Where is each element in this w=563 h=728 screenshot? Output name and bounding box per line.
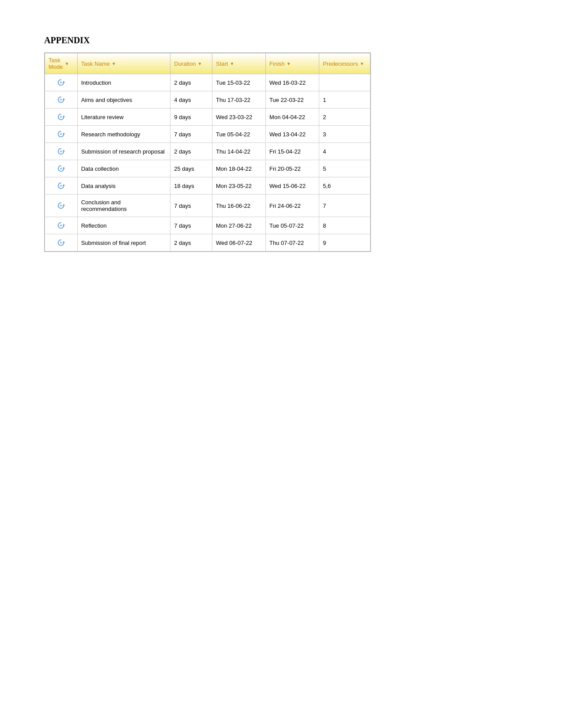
finish-cell: Tue 22-03-22 (266, 91, 319, 109)
duration-label: Duration (174, 60, 196, 67)
task-name-cell: Introduction (77, 74, 170, 91)
predecessors-header[interactable]: Predecessors ▼ (319, 53, 370, 74)
page-title: APPENDIX (44, 35, 519, 45)
svg-marker-8 (63, 150, 65, 151)
svg-marker-12 (63, 184, 65, 186)
predecessors-cell: 5 (319, 160, 370, 177)
predecessors-cell: 3 (319, 126, 370, 143)
finish-sort-icon[interactable]: ▼ (287, 61, 291, 66)
predecessors-sort-icon[interactable]: ▼ (360, 61, 364, 66)
task-mode-icon (49, 79, 74, 86)
task-mode-cell (45, 109, 78, 126)
task-mode-cell (45, 143, 78, 160)
start-cell: Tue 15-03-22 (212, 74, 266, 91)
duration-cell: 2 days (170, 143, 212, 160)
table-row: Reflection7 daysMon 27-06-22Tue 05-07-22… (45, 217, 370, 234)
finish-header[interactable]: Finish ▼ (266, 53, 319, 74)
duration-cell: 9 days (170, 109, 212, 126)
svg-marker-0 (63, 81, 65, 83)
duration-header[interactable]: Duration ▼ (170, 53, 212, 74)
svg-rect-9 (60, 150, 62, 152)
duration-cell: 4 days (170, 91, 212, 109)
task-name-cell: Data collection (77, 160, 170, 177)
task-mode-cell (45, 217, 78, 234)
table-row: Submission of research proposal2 daysThu… (45, 143, 370, 160)
duration-cell: 25 days (170, 160, 212, 177)
task-mode-cell (45, 91, 78, 109)
predecessors-cell: 1 (319, 91, 370, 109)
duration-cell: 2 days (170, 74, 212, 91)
svg-marker-4 (63, 115, 65, 117)
task-mode-cell (45, 177, 78, 195)
predecessors-cell: 5,6 (319, 177, 370, 195)
finish-label: Finish (269, 60, 285, 67)
predecessors-cell: 4 (319, 143, 370, 160)
duration-sort-icon[interactable]: ▼ (197, 61, 202, 66)
predecessors-cell (319, 74, 370, 91)
task-mode-label: TaskMode (49, 57, 63, 70)
duration-cell: 7 days (170, 126, 212, 143)
finish-cell: Wed 16-03-22 (266, 74, 319, 91)
task-mode-icon (49, 113, 74, 121)
task-mode-icon (49, 182, 74, 190)
start-cell: Thu 17-03-22 (212, 91, 266, 109)
start-cell: Wed 23-03-22 (212, 109, 266, 126)
task-name-cell: Literature review (77, 109, 170, 126)
svg-rect-7 (60, 133, 62, 135)
table-row: Data analysis18 daysMon 23-05-22Wed 15-0… (45, 177, 370, 195)
svg-rect-13 (60, 185, 62, 187)
task-mode-icon (49, 130, 74, 138)
task-name-cell: Research methodology (77, 126, 170, 143)
duration-cell: 2 days (170, 234, 212, 251)
gantt-table-wrapper: TaskMode ▼ Task Name ▼ Duration ▼ (44, 53, 371, 252)
finish-cell: Fri 20-05-22 (266, 160, 319, 177)
table-row: Introduction2 daysTue 15-03-22Wed 16-03-… (45, 74, 370, 91)
svg-rect-3 (60, 99, 62, 101)
svg-rect-11 (60, 168, 62, 169)
duration-cell: 7 days (170, 217, 212, 234)
finish-cell: Thu 07-07-22 (266, 234, 319, 251)
finish-cell: Wed 13-04-22 (266, 126, 319, 143)
task-name-header[interactable]: Task Name ▼ (77, 53, 170, 74)
task-mode-header[interactable]: TaskMode ▼ (45, 53, 78, 74)
svg-rect-5 (60, 116, 62, 118)
finish-cell: Wed 15-06-22 (266, 177, 319, 195)
task-mode-icon (49, 202, 74, 210)
task-name-cell: Submission of research proposal (77, 143, 170, 160)
duration-cell: 18 days (170, 177, 212, 195)
start-cell: Mon 27-06-22 (212, 217, 266, 234)
svg-marker-14 (63, 204, 65, 206)
svg-marker-2 (63, 98, 65, 100)
start-cell: Mon 23-05-22 (212, 177, 266, 195)
task-mode-icon (49, 147, 74, 155)
task-mode-icon (49, 221, 74, 229)
svg-rect-1 (60, 82, 62, 83)
task-name-sort-icon[interactable]: ▼ (112, 61, 116, 66)
predecessors-cell: 7 (319, 195, 370, 217)
start-sort-icon[interactable]: ▼ (230, 61, 234, 66)
task-mode-cell (45, 195, 78, 217)
table-row: Aims and objectives4 daysThu 17-03-22Tue… (45, 91, 370, 109)
task-name-cell: Aims and objectives (77, 91, 170, 109)
table-row: Data collection25 daysMon 18-04-22Fri 20… (45, 160, 370, 177)
table-row: Literature review9 daysWed 23-03-22Mon 0… (45, 109, 370, 126)
task-name-cell: Reflection (77, 217, 170, 234)
svg-marker-18 (63, 241, 65, 243)
svg-marker-10 (63, 167, 65, 169)
start-label: Start (216, 60, 228, 67)
task-name-cell: Data analysis (77, 177, 170, 195)
task-mode-cell (45, 160, 78, 177)
table-row: Submission of final report2 daysWed 06-0… (45, 234, 370, 251)
finish-cell: Fri 15-04-22 (266, 143, 319, 160)
task-mode-sort-icon[interactable]: ▼ (65, 61, 69, 66)
svg-marker-6 (63, 132, 65, 134)
predecessors-cell: 9 (319, 234, 370, 251)
start-cell: Thu 16-06-22 (212, 195, 266, 217)
start-cell: Tue 05-04-22 (212, 126, 266, 143)
duration-cell: 7 days (170, 195, 212, 217)
task-mode-icon (49, 165, 74, 173)
svg-rect-17 (60, 225, 62, 226)
start-header[interactable]: Start ▼ (212, 53, 266, 74)
start-cell: Thu 14-04-22 (212, 143, 266, 160)
table-row: Conclusion and recommendations7 daysThu … (45, 195, 370, 217)
